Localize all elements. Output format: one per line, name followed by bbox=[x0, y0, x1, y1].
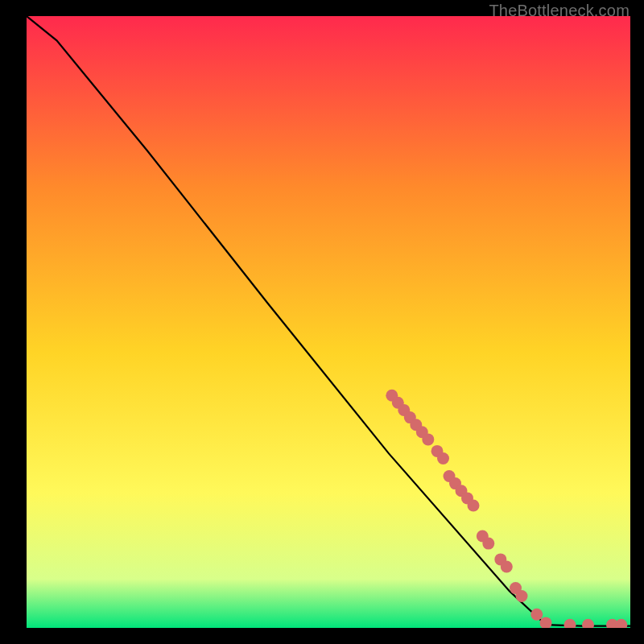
attribution-text: TheBottleneck.com bbox=[489, 2, 630, 20]
plot-area bbox=[27, 16, 630, 628]
data-dot bbox=[501, 561, 513, 573]
plot-svg bbox=[27, 16, 630, 628]
data-dot bbox=[422, 433, 434, 445]
data-dot bbox=[482, 538, 494, 550]
chart-canvas: TheBottleneck.com bbox=[0, 0, 644, 644]
data-dot bbox=[437, 452, 449, 464]
data-dot bbox=[530, 609, 543, 621]
gradient-background bbox=[27, 16, 630, 628]
data-dot bbox=[516, 590, 528, 602]
data-dot bbox=[468, 500, 480, 512]
